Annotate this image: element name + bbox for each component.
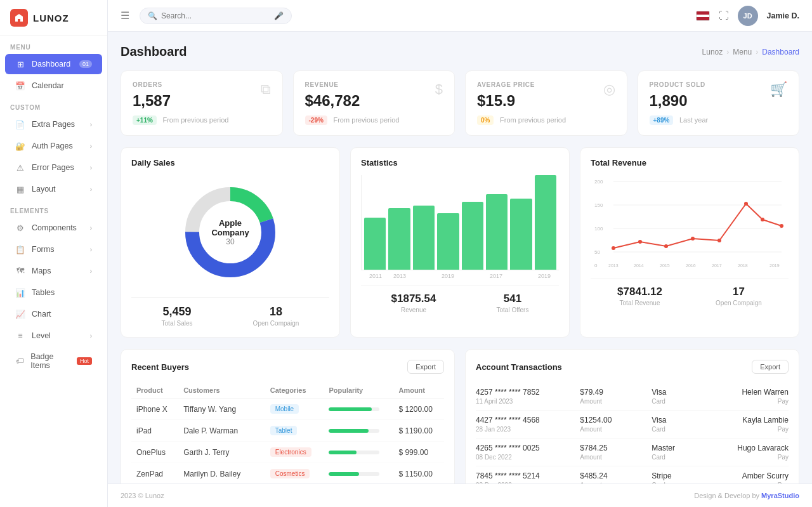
sidebar-item-auth-pages[interactable]: 🔐 Auth Pages › (5, 136, 102, 156)
svg-text:2016: 2016 (686, 263, 696, 268)
menu-icon[interactable]: ☰ (121, 10, 129, 22)
sidebar-item-error-pages[interactable]: ⚠ Error Pages › (5, 157, 102, 178)
cell-product: ZenPad (131, 463, 178, 484)
main-area: ☰ 🔍 🎤 ⛶ JD Jamie D. Dashboard Lunoz › Me… (108, 0, 812, 507)
sidebar-item-calendar[interactable]: 📅 Calendar (5, 76, 102, 96)
bar-6 (486, 194, 508, 270)
cell-product: iPhone X (131, 398, 178, 420)
logo: LUNOZ (0, 0, 107, 36)
cell-category: Electronics (265, 442, 324, 463)
sidebar-item-maps[interactable]: 🗺 Maps › (5, 261, 102, 281)
svg-point-16 (717, 239, 721, 242)
sidebar-item-dashboard[interactable]: ⊞ Dashboard 01 (5, 54, 102, 74)
transaction-row: 7845 **** **** 5214 03 Dec 2022 $485.24 … (476, 466, 789, 484)
dollar-icon: $ (435, 81, 443, 98)
transactions-header: Account Transactions Export (476, 360, 789, 374)
bar-2 (388, 208, 410, 270)
hot-badge: Hot (77, 357, 92, 365)
chevron-icon: › (90, 333, 92, 339)
sidebar-item-level[interactable]: ≡ Level › (5, 326, 102, 346)
bar-1 (364, 218, 386, 270)
bar-4 (437, 213, 459, 270)
page-title: Dashboard (121, 44, 187, 59)
recent-buyers-header: Recent Buyers Export (131, 360, 444, 374)
txn-card: Visa Card (652, 416, 717, 433)
svg-text:2017: 2017 (712, 263, 722, 268)
target-icon: ◎ (603, 81, 615, 98)
bar-7 (510, 199, 532, 270)
stat-label-avg: AVERAGE PRICE (477, 81, 615, 88)
statistics-card: Statistics 2011 2013 (350, 147, 570, 338)
table-row: ZenPad Marilyn D. Bailey Cosmetics $ 115… (131, 463, 444, 484)
search-icon: 🔍 (148, 11, 157, 20)
level-icon: ≡ (15, 331, 25, 341)
transaction-row: 4257 **** **** 7852 11 April 2023 $79.49… (476, 383, 789, 411)
donut-container: Apple Company 30 5,459 Total Sales 18 Op… (131, 175, 329, 327)
sidebar-item-tables[interactable]: 📊 Tables (5, 282, 102, 303)
breadcrumb-menu[interactable]: Menu (733, 48, 752, 56)
txn-id: 7845 **** **** 5214 03 Dec 2022 (476, 471, 573, 484)
svg-text:200: 200 (594, 179, 603, 185)
footer-credit: Design & Develop by MyraStudio (694, 492, 799, 499)
chevron-icon: › (90, 121, 92, 128)
recent-buyers-title: Recent Buyers (131, 362, 189, 372)
line-chart-wrap: 200 150 100 50 0 (591, 175, 789, 272)
sidebar-item-label: Level (32, 331, 51, 340)
cell-category: Mobile (265, 398, 324, 420)
stat-card-revenue: REVENUE $46,782 -29% From previous perio… (293, 70, 455, 136)
stat-label-product: PRODUCT SOLD (650, 81, 788, 88)
export-buyers-button[interactable]: Export (407, 360, 444, 374)
transaction-row: 4427 **** **** 4568 28 Jan 2023 $1254.00… (476, 411, 789, 438)
sidebar-item-label: Dashboard (32, 60, 70, 69)
export-transactions-button[interactable]: Export (752, 360, 789, 374)
bar-xlabel-8: 2019 (532, 273, 556, 279)
search-input[interactable] (161, 11, 270, 20)
total-revenue-value: $7841.12 (617, 286, 662, 298)
revenue-stat: $1875.54 Revenue (391, 293, 436, 313)
language-flag[interactable] (696, 11, 710, 21)
cell-customer: Marilyn D. Bailey (178, 463, 265, 484)
stat-period-orders: From previous period (162, 116, 228, 124)
total-revenue-card: Total Revenue 200 150 100 50 0 (580, 147, 799, 338)
svg-text:0: 0 (594, 263, 598, 268)
sidebar-item-forms[interactable]: 📋 Forms › (5, 239, 102, 260)
sidebar-item-badge-items[interactable]: 🏷 Badge Items Hot (5, 347, 102, 375)
stat-badge-revenue: -29% (305, 115, 327, 125)
sidebar-item-label: Badge Items (30, 352, 70, 370)
bar-xlabel-3 (412, 273, 436, 279)
svg-point-18 (761, 218, 764, 221)
breadcrumb-dashboard: Dashboard (762, 48, 799, 56)
svg-point-15 (691, 237, 695, 240)
sidebar-item-label: Auth Pages (32, 142, 73, 150)
svg-point-17 (744, 202, 748, 206)
bar-xlabel-4: 2019 (436, 273, 460, 279)
sidebar-item-layout[interactable]: ▦ Layout › (5, 179, 102, 199)
revenue-label: Revenue (391, 306, 436, 313)
statistics-title: Statistics (361, 158, 559, 168)
expand-icon[interactable]: ⛶ (719, 10, 729, 22)
footer-brand[interactable]: MyraStudio (761, 492, 799, 499)
bar-xlabel-2: 2013 (388, 273, 412, 279)
cell-popularity (324, 442, 393, 463)
elements-section-label: Elements (0, 200, 107, 217)
cart-icon: 🛒 (770, 81, 787, 98)
breadcrumb-sep2: › (756, 48, 758, 56)
txn-card: Master Card (652, 444, 717, 461)
layout-icon: ▦ (15, 184, 25, 194)
grid-icon: ⊞ (15, 59, 25, 69)
svg-point-12 (612, 246, 615, 250)
stat-value-product: 1,890 (650, 92, 788, 110)
bar-x-labels: 2011 2013 2019 2017 2019 (361, 273, 559, 279)
cell-category: Cosmetics (265, 463, 324, 484)
breadcrumb-lunoz[interactable]: Lunoz (702, 48, 723, 56)
stat-label-orders: ORDERS (133, 81, 271, 88)
svg-text:50: 50 (594, 249, 600, 255)
calendar-icon: 📅 (15, 81, 25, 91)
sidebar-item-chart[interactable]: 📈 Chart (5, 304, 102, 324)
cell-popularity (324, 420, 393, 442)
cell-product: OnePlus (131, 442, 178, 463)
sidebar-item-components[interactable]: ⚙ Components › (5, 218, 102, 238)
txn-amount: $485.24 Amount (580, 471, 645, 484)
sidebar-item-extra-pages[interactable]: 📄 Extra Pages › (5, 114, 102, 135)
campaign-stat: 17 Open Compaign (716, 286, 762, 306)
